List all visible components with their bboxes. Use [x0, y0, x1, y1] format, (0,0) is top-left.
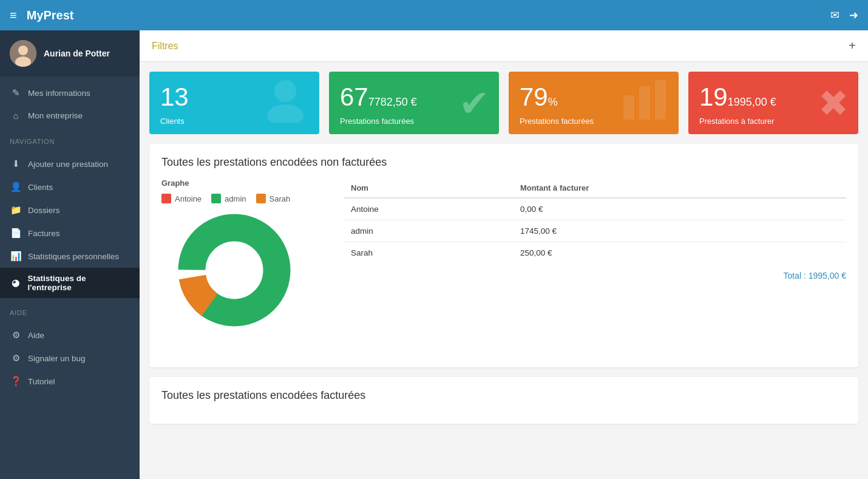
sidebar-item-label: Mes informations [28, 89, 90, 98]
table-row: admin 1745,00 € [344, 220, 846, 242]
sidebar-nav-top: ✎ Mes informations ⌂ Mon entreprise [0, 76, 140, 132]
sidebar-item-tutoriel[interactable]: ❓ Tutoriel [0, 370, 140, 393]
hamburger-button[interactable]: ≡ [10, 8, 17, 22]
home-icon: ⌂ [10, 110, 22, 121]
file-icon: 📄 [10, 228, 22, 239]
topnav-left: ≡ MyPrest [10, 8, 73, 22]
svg-point-4 [267, 104, 303, 123]
filter-bar: Filtres + [140, 30, 868, 62]
main-content: Filtres + 13 Clients 67 [140, 30, 868, 479]
signout-icon[interactable]: ➜ [849, 8, 858, 22]
question-icon: ❓ [10, 376, 22, 387]
col-montant: Montant à facturer [513, 178, 846, 198]
stat-card-prestations-facturees: 67 7782,50 € Prestations facturées ✔ [329, 72, 499, 134]
sidebar-user: Aurian de Potter [0, 30, 140, 76]
sidebar-nav-aide: ⚙ Aide ⚙ Signaler un bug ❓ Tutoriel [0, 319, 140, 398]
unfactured-table: Nom Montant à facturer Antoine 0,00 € ad… [344, 178, 846, 263]
cross-icon: ✖ [818, 82, 849, 124]
panel-title-facturees: Toutes les prestations encodées facturée… [161, 389, 846, 402]
sidebar-item-statistiques-personnelles[interactable]: 📊 Statistiques personnelles [0, 245, 140, 268]
row-name: Sarah [344, 242, 513, 264]
row-amount: 0,00 € [513, 198, 846, 220]
total-row: Total : 1995,00 € [344, 263, 846, 280]
sidebar-item-clients[interactable]: 👤 Clients [0, 175, 140, 199]
topnav: ≡ MyPrest ✉ ➜ [0, 0, 868, 30]
settings-icon: ⚙ [10, 330, 22, 341]
sidebar-item-label: Mon entreprise [28, 111, 83, 120]
layout: Aurian de Potter ✎ Mes informations ⌂ Mo… [0, 30, 868, 479]
graphe-column-header: Graphe [161, 178, 331, 188]
row-amount: 250,00 € [513, 242, 846, 264]
panel-title: Toutes les prestations encodées non fact… [161, 156, 846, 169]
sidebar-item-label: Aide [28, 331, 44, 340]
sidebar-item-dossiers[interactable]: 📁 Dossiers [0, 199, 140, 222]
table-side: Nom Montant à facturer Antoine 0,00 € ad… [344, 178, 846, 355]
chart-side: Graphe Antoine admin Sarah [161, 178, 331, 355]
row-name: admin [344, 220, 513, 242]
sidebar: Aurian de Potter ✎ Mes informations ⌂ Mo… [0, 30, 140, 479]
svg-point-10 [210, 246, 259, 294]
sidebar-item-label: Dossiers [28, 206, 60, 215]
sidebar-item-label: Tutoriel [28, 377, 55, 386]
sidebar-item-factures[interactable]: 📄 Factures [0, 222, 140, 245]
email-icon[interactable]: ✉ [830, 8, 839, 22]
stat-card-prestations-pct: 79 % Prestations facturées [509, 72, 679, 134]
sidebar-item-label: Ajouter une prestation [28, 160, 108, 169]
stat-cards: 13 Clients 67 7782,50 € Prestations fact… [140, 62, 868, 144]
table-row: Sarah 250,00 € [344, 242, 846, 264]
svg-point-1 [18, 46, 28, 55]
sidebar-nav-main: ⬇ Ajouter une prestation 👤 Clients 📁 Dos… [0, 148, 140, 303]
clients-icon [261, 74, 310, 132]
pie-icon: ◕ [10, 277, 22, 288]
nav-section-label: NAVIGATION [0, 132, 140, 148]
legend-item-sarah: Sarah [256, 194, 291, 203]
row-amount: 1745,00 € [513, 220, 846, 242]
legend-color-antoine [161, 194, 171, 203]
sidebar-item-aide[interactable]: ⚙ Aide [0, 324, 140, 347]
sidebar-item-mon-entreprise[interactable]: ⌂ Mon entreprise [0, 104, 140, 127]
donut-chart [174, 209, 319, 355]
sidebar-item-label: Statistiques personnelles [28, 252, 119, 261]
col-nom: Nom [344, 178, 513, 198]
filter-add-button[interactable]: + [849, 39, 856, 53]
avatar [10, 40, 36, 67]
aide-section-label: AIDE [0, 303, 140, 319]
sidebar-item-statistiques-entreprise[interactable]: ◕ Statistiques de l'entreprise [0, 268, 140, 298]
edit-icon: ✎ [10, 87, 22, 98]
chart-icon: 📊 [10, 251, 22, 262]
barchart-icon [620, 77, 669, 129]
checkmark-icon: ✔ [459, 82, 489, 124]
svg-rect-5 [623, 95, 634, 120]
sidebar-item-label: Statistiques de l'entreprise [28, 274, 130, 292]
svg-rect-6 [639, 86, 650, 120]
svg-rect-7 [655, 80, 666, 120]
download-icon: ⬇ [10, 158, 22, 169]
sidebar-item-signaler-bug[interactable]: ⚙ Signaler un bug [0, 347, 140, 370]
svg-point-3 [274, 80, 296, 102]
stat-card-prestations-a-facturer: 19 1995,00 € Prestations à facturer ✖ [688, 72, 858, 134]
sidebar-item-label: Factures [28, 229, 60, 238]
legend-color-sarah [256, 194, 266, 203]
sidebar-username: Aurian de Potter [44, 49, 110, 58]
row-name: Antoine [344, 198, 513, 220]
sidebar-item-mes-informations[interactable]: ✎ Mes informations [0, 81, 140, 104]
panel-facturees: Toutes les prestations encodées facturée… [149, 377, 858, 424]
user-icon: 👤 [10, 182, 22, 192]
bug-icon: ⚙ [10, 353, 22, 364]
app-brand: MyPrest [27, 8, 74, 22]
legend-item-antoine: Antoine [161, 194, 202, 203]
legend: Antoine admin Sarah [161, 194, 331, 203]
table-row: Antoine 0,00 € [344, 198, 846, 220]
sidebar-item-label: Signaler un bug [28, 354, 86, 363]
chart-table-row: Graphe Antoine admin Sarah [161, 178, 846, 355]
legend-item-admin: admin [211, 194, 246, 203]
sidebar-item-label: Clients [28, 183, 53, 192]
stat-card-clients: 13 Clients [149, 72, 319, 134]
topnav-right: ✉ ➜ [830, 8, 858, 22]
panel-non-facturees: Toutes les prestations encodées non fact… [149, 144, 858, 367]
sidebar-item-ajouter-prestation[interactable]: ⬇ Ajouter une prestation [0, 152, 140, 175]
folder-icon: 📁 [10, 205, 22, 216]
filter-label: Filtres [152, 41, 178, 52]
legend-color-admin [211, 194, 221, 203]
